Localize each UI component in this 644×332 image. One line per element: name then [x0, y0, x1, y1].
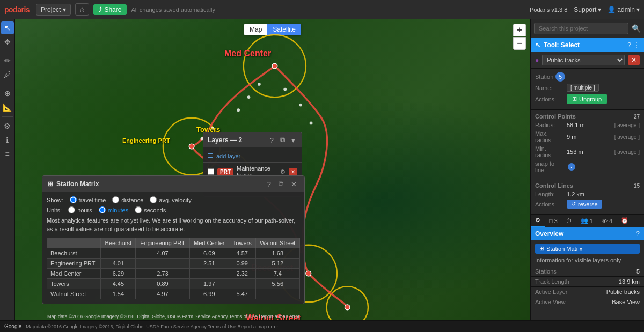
col-header-walnut: Walnut Street: [255, 238, 299, 248]
admin-button[interactable]: 👤 admin ▾: [608, 6, 640, 13]
layer-checkbox-maintenance[interactable]: [208, 168, 214, 175]
unit-hours[interactable]: hours: [68, 206, 92, 213]
tab-schedule[interactable]: ⏰: [617, 215, 633, 227]
chevron-down-icon: ▾: [63, 6, 66, 13]
tool-help-btn[interactable]: ?: [627, 41, 631, 49]
show-travel-time[interactable]: travel time: [70, 196, 106, 203]
cl-actions-label: Actions:: [535, 201, 565, 208]
ungroup-button[interactable]: ⊞ Ungroup: [567, 94, 607, 104]
zoom-controls: + −: [513, 24, 526, 50]
cp-count: 27: [634, 114, 640, 120]
stat-row-stations: Stations 5: [531, 267, 644, 277]
overview-help-btn[interactable]: ?: [636, 230, 640, 238]
grid-sm-icon: ⊞: [539, 245, 544, 252]
toolbar-divider: [2, 51, 13, 51]
tool-more-btn[interactable]: ⋮: [633, 41, 640, 49]
layer-actions-maintenance: ⚙ ✕: [279, 168, 297, 176]
tool-pen[interactable]: 🖊: [1, 68, 14, 81]
tab-settings[interactable]: ⚙: [531, 215, 545, 227]
left-toolbar: ↖ ✥ ✏ 🖊 ⊕ 📐 ⚙ ℹ ≡: [0, 19, 15, 320]
layers-help-btn[interactable]: ?: [268, 135, 276, 145]
star-button[interactable]: ☆: [75, 3, 89, 16]
tool-info[interactable]: ℹ: [1, 134, 14, 146]
station-matrix-overview-button[interactable]: ⊞ Station Matrix: [535, 244, 640, 254]
track-delete-button[interactable]: ✕: [628, 55, 640, 65]
layer-dot-icon: ●: [535, 56, 539, 64]
station-name-row: Name: [ multiple ]: [535, 84, 640, 92]
tool-settings[interactable]: ⚙: [1, 120, 14, 132]
plus-icon: ☰: [208, 152, 213, 159]
public-tracks-row: ● Public tracks ✕: [531, 52, 644, 69]
row-label-towers: Towers: [47, 279, 101, 289]
tool-draw[interactable]: ✏: [1, 54, 14, 67]
search-button[interactable]: 🔍: [632, 24, 641, 33]
table-row: Towers 4.45 0.89 1.97 5.56: [47, 279, 300, 289]
layer-settings-btn[interactable]: ⚙: [279, 168, 287, 176]
warning-text: Most analytical features are not yet liv…: [47, 217, 300, 233]
tool-station[interactable]: ⊕: [1, 87, 14, 100]
reverse-icon: ↺: [571, 201, 576, 208]
stat-value-stations: 5: [636, 268, 640, 275]
google-logo: Google: [4, 323, 21, 329]
overview-title: Overview: [535, 230, 564, 238]
sm-expand-btn[interactable]: ⧉: [276, 179, 286, 189]
station-matrix-body: Show: travel time distance avg. velocity…: [42, 192, 304, 304]
svg-point-5: [272, 63, 277, 69]
track-select[interactable]: Public tracks: [542, 55, 625, 65]
unit-minutes[interactable]: minutes: [99, 206, 129, 213]
tool-layers[interactable]: ≡: [1, 147, 14, 160]
tool-select[interactable]: ↖: [1, 21, 14, 34]
reverse-button[interactable]: ↺ reverse: [567, 200, 602, 209]
share-button[interactable]: ⤴ Share: [93, 4, 127, 15]
sm-close-btn[interactable]: ✕: [289, 179, 299, 189]
cp-snap-row: snap to line: •: [535, 160, 640, 173]
layers-expand-btn[interactable]: ⧉: [278, 135, 287, 145]
station-matrix-panel: ⊞ Station Matrix ? ⧉ ✕ Show: travel time: [42, 175, 305, 304]
sm-help-btn[interactable]: ?: [265, 179, 273, 189]
max-radius-avg: [ average ]: [614, 134, 640, 140]
svg-point-4: [327, 286, 368, 320]
tool-select-header: ↖ Tool: Select ? ⋮: [531, 38, 644, 52]
station-matrix-title: ⊞ Station Matrix: [48, 180, 261, 188]
cl-length-row: Length: 1.2 km: [535, 191, 640, 197]
project-button[interactable]: Project ▾: [36, 4, 71, 16]
table-row: Engineering PRT 4.01 2.51 0.99 5.12: [47, 259, 300, 269]
show-distance[interactable]: distance: [112, 196, 143, 203]
main-content: ↖ ✥ ✏ 🖊 ⊕ 📐 ⚙ ℹ ≡ Map Satellite: [0, 19, 644, 320]
bottom-bar: Google Map data ©2016 Google Imagery ©20…: [0, 320, 644, 332]
tab-time[interactable]: ⏱: [562, 215, 576, 227]
table-row: Med Center 6.29 2.73 2.32 7.4: [47, 269, 300, 279]
svg-point-13: [299, 104, 302, 107]
user-icon: 👤: [608, 6, 616, 13]
tool-measure[interactable]: 📐: [1, 101, 14, 114]
tab-users[interactable]: 👥 1: [576, 215, 597, 227]
station-actions-row: Actions: ⊞ Ungroup: [535, 94, 640, 104]
stat-row-track-length: Track Length 13.9 km: [531, 277, 644, 287]
search-input[interactable]: [534, 23, 628, 34]
settings-icon: ⚙: [535, 217, 540, 224]
layer-delete-btn[interactable]: ✕: [289, 168, 297, 176]
stat-value-active-view: Base View: [612, 299, 640, 305]
tab-views[interactable]: 👁 4: [597, 215, 617, 227]
svg-point-14: [310, 122, 313, 125]
zoom-out-button[interactable]: −: [513, 37, 526, 50]
layers-menu-btn[interactable]: ▾: [289, 135, 297, 145]
cp-section-title: Control Points 27: [535, 113, 640, 120]
tool-pointer[interactable]: ✥: [1, 35, 14, 48]
tab-3-icon: □: [549, 218, 553, 224]
unit-row: Units: hours minutes seconds: [47, 206, 300, 213]
tab-count-3[interactable]: □ 3: [545, 215, 562, 227]
col-header-med-center: Med Center: [189, 238, 229, 248]
station-matrix-actions: ? ⧉ ✕: [265, 179, 299, 189]
cl-count: 15: [634, 183, 640, 189]
row-label-engineering: Engineering PRT: [47, 259, 101, 269]
unit-seconds[interactable]: seconds: [135, 206, 166, 213]
support-button[interactable]: Support ▾: [574, 6, 601, 13]
map-area[interactable]: Map Satellite: [15, 19, 530, 320]
ungroup-icon: ⊞: [572, 95, 577, 102]
add-layer-button[interactable]: ☰ add layer: [203, 150, 302, 163]
overview-tabs: ⚙ □ 3 ⏱ 👥 1 👁 4 ⏰: [531, 215, 644, 227]
zoom-in-button[interactable]: +: [513, 24, 526, 36]
length-value: 1.2 km: [567, 191, 640, 197]
show-velocity[interactable]: avg. velocity: [150, 196, 192, 203]
